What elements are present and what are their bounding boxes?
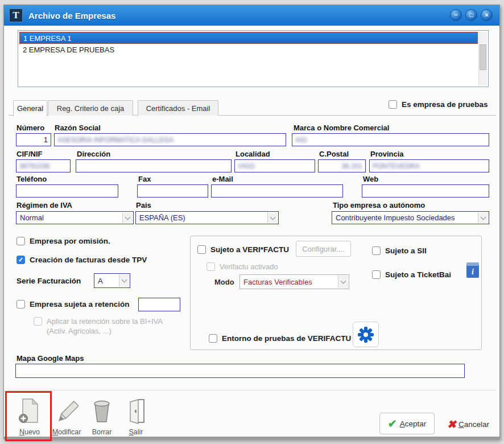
empresa-omision-checkbox[interactable]: Empresa por omisión.: [16, 237, 110, 245]
configurar-button[interactable]: Configurar....: [296, 241, 351, 257]
checkbox-box[interactable]: ✓: [16, 256, 25, 264]
chevron-down-icon: [122, 212, 133, 223]
marca-label: Marca o Nombre Comercial: [294, 124, 389, 132]
checkbox-box[interactable]: [372, 270, 381, 279]
checkbox-label-line2: (Activ. Agricolas, ...): [47, 327, 163, 335]
checkbox-label: Sujeto a SII: [385, 246, 427, 255]
window-title: Archivo de Empresas: [28, 11, 115, 20]
test-company-checkbox[interactable]: Es empresa de pruebas: [389, 100, 488, 109]
razon-field[interactable]: ASESORIA INFORMATICA GALLEGA: [54, 133, 286, 146]
sujeto-sii-checkbox[interactable]: Sujeto a SII: [372, 246, 427, 255]
fax-field[interactable]: [137, 184, 208, 198]
direccion-field[interactable]: [76, 159, 232, 172]
serie-facturacion-label: Serie Facturación: [16, 277, 81, 285]
nuevo-button[interactable]: Nuevo: [14, 398, 45, 436]
cpostal-field[interactable]: 36.201: [318, 159, 366, 172]
check-icon: ✔: [388, 418, 397, 429]
minimize-button[interactable]: −: [450, 9, 462, 21]
checkbox-box[interactable]: [389, 100, 397, 109]
toolbar-divider: [7, 390, 497, 390]
razon-label: Razón Social: [55, 124, 101, 132]
web-label: Web: [363, 175, 378, 183]
sujeto-ticketbai-checkbox[interactable]: Sujeto a TicketBai: [372, 270, 451, 279]
checkbox-label: Es empresa de pruebas: [402, 100, 488, 109]
web-field[interactable]: [362, 184, 489, 198]
close-button[interactable]: ×: [481, 9, 493, 21]
verifactu-settings-button[interactable]: [353, 322, 379, 347]
tipo-empresa-select[interactable]: Contribuyente Impuesto Sociedades: [332, 211, 489, 224]
cancelar-button[interactable]: ✖ Cancelar: [440, 416, 497, 432]
new-document-icon: [18, 398, 41, 424]
maximize-button[interactable]: □: [465, 9, 477, 21]
numero-field[interactable]: 1: [16, 133, 51, 146]
provincia-field[interactable]: PONTEVEDRA: [369, 159, 489, 172]
ticketbai-info-icon[interactable]: i: [465, 261, 480, 281]
checkbox-box[interactable]: [16, 300, 25, 309]
email-field[interactable]: [211, 184, 343, 198]
serie-facturacion-select[interactable]: A: [94, 273, 130, 288]
aceptar-button[interactable]: ✔ Aceptar: [379, 413, 435, 434]
tab-reg-criterio-caja[interactable]: Reg. Criterio de caja: [48, 100, 133, 116]
checkbox-label: Sujeto a VERI*FACTU: [210, 245, 289, 254]
regimen-label: Régimen de IVA: [16, 201, 72, 209]
checkbox-label: Verifactu activado: [220, 262, 278, 271]
facturas-tpv-checkbox[interactable]: ✓ Creación de facturas desde TPV: [16, 256, 147, 264]
verifactu-groupbox: Sujeto a VERI*FACTU Configurar.... Sujet…: [190, 236, 482, 350]
cif-field[interactable]: 36791036: [16, 159, 71, 172]
list-item[interactable]: 1 EMPRESA 1: [19, 32, 478, 44]
checkbox-box[interactable]: [209, 334, 217, 343]
list-item[interactable]: 2 EMPRESA DE PRUEBAS: [19, 44, 478, 56]
borrar-button[interactable]: Borrar: [87, 398, 117, 436]
chevron-down-icon: [478, 212, 488, 223]
modo-select[interactable]: Facturas Verificables: [239, 274, 349, 289]
checkbox-box[interactable]: [16, 237, 25, 245]
checkbox-box[interactable]: [197, 245, 206, 254]
provincia-label: Provincia: [370, 150, 404, 158]
trash-icon: [89, 398, 114, 424]
entorno-pruebas-checkbox[interactable]: Entorno de pruebas de VERIFACTU: [209, 334, 351, 343]
svg-text:i: i: [472, 268, 474, 276]
modificar-button[interactable]: Modificar: [49, 398, 84, 436]
tab-certificados-email[interactable]: Certificados - Email: [138, 100, 218, 116]
verifactu-activado-checkbox: Verifactu activado: [206, 262, 278, 271]
company-listbox[interactable]: 1 EMPRESA 1 2 EMPRESA DE PRUEBAS: [18, 30, 489, 87]
localidad-field[interactable]: VIGO: [234, 159, 315, 172]
retencion-field[interactable]: [138, 298, 180, 311]
gear-icon: [357, 326, 374, 343]
app-icon: T: [9, 9, 23, 22]
marca-field[interactable]: AIG: [292, 133, 489, 146]
fax-label: Fax: [138, 175, 151, 183]
pais-select[interactable]: ESPAÑA (ES): [135, 211, 279, 224]
chevron-down-icon: [119, 274, 129, 287]
sujeto-verifactu-checkbox[interactable]: Sujeto a VERI*FACTU: [197, 245, 289, 254]
direccion-label: Dirección: [77, 150, 110, 158]
mapa-google-label: Mapa Google Maps: [16, 354, 84, 363]
title-bar[interactable]: T Archivo de Empresas − □ ×: [4, 5, 499, 26]
exit-door-icon: [125, 398, 147, 424]
checkbox-box: [206, 262, 215, 271]
checkbox-box[interactable]: [372, 246, 381, 255]
tipo-empresa-label: Tipo empresa o autónomo: [333, 201, 425, 209]
aplicar-retencion-checkbox: Aplicar la retención sobre la BI+IVA (Ac…: [34, 317, 163, 335]
telefono-label: Teléfono: [16, 175, 47, 183]
email-label: e-Mail: [212, 175, 233, 183]
chevron-down-icon: [267, 212, 278, 223]
tab-general[interactable]: General: [13, 100, 47, 116]
sujeta-retencion-checkbox[interactable]: Empresa sujeta a retención: [16, 300, 130, 309]
checkbox-box: [34, 317, 42, 326]
list-scrollbar[interactable]: [478, 32, 487, 85]
localidad-label: Localidad: [236, 150, 270, 158]
salir-button[interactable]: Salir: [121, 398, 151, 436]
regimen-select[interactable]: Normal: [16, 211, 134, 224]
telefono-field[interactable]: [16, 184, 118, 198]
scrollbar-thumb[interactable]: [480, 44, 486, 70]
cpostal-label: C.Postal: [319, 150, 349, 158]
pais-label: Pais: [136, 201, 151, 209]
numero-label: Número: [16, 124, 44, 132]
checkbox-label: Aplicar la retención sobre la BI+IVA: [47, 317, 163, 326]
checkbox-label: Empresa por omisión.: [30, 237, 110, 245]
checkbox-label: Entorno de pruebas de VERIFACTU: [222, 334, 351, 343]
mapa-google-field[interactable]: [15, 364, 465, 378]
checkbox-label: Sujeto a TicketBai: [385, 270, 451, 279]
x-icon: ✖: [447, 419, 456, 430]
